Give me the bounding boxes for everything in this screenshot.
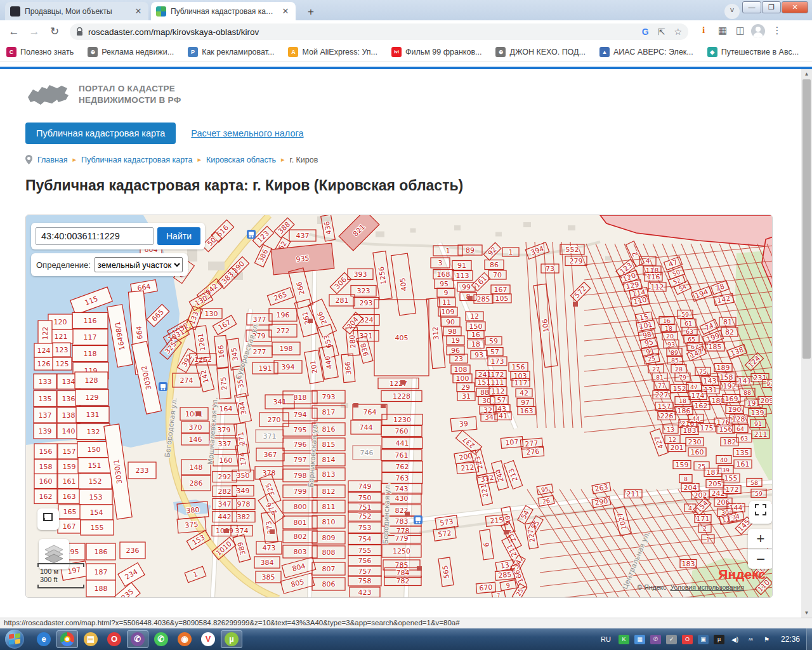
- cadastral-number-input[interactable]: [36, 227, 154, 245]
- browser-tab-2[interactable]: Публичная кадастровая карта: г ✕: [151, 2, 296, 20]
- taskbar-app-explorer-folder[interactable]: ▤: [80, 630, 102, 648]
- taskbar-app-vivaldi[interactable]: V: [197, 630, 219, 648]
- taskbar-app-chrome[interactable]: [56, 630, 78, 648]
- window-restore-button[interactable]: ❐: [762, 1, 781, 13]
- address-bar[interactable]: roscadaster.com/map/kirovskaya-oblast/ki…: [70, 23, 688, 40]
- bookmark-item[interactable]: iviФильм 99 франков...: [391, 47, 481, 57]
- tray-opera-tray-icon[interactable]: O: [682, 635, 693, 644]
- tray-utorrent-tray-icon[interactable]: µ: [714, 635, 724, 644]
- taskbar-app-viber[interactable]: ✆: [127, 630, 148, 648]
- tab2-close-icon[interactable]: ✕: [280, 6, 291, 16]
- breadcrumb-map[interactable]: Публичная кадастровая карта: [81, 156, 192, 164]
- svg-text:201: 201: [671, 444, 684, 452]
- taskbar-app-opera[interactable]: O: [103, 630, 125, 648]
- svg-text:1228: 1228: [393, 392, 410, 401]
- svg-text:70: 70: [493, 271, 502, 279]
- window-close-button[interactable]: ✕: [782, 1, 808, 13]
- svg-text:206: 206: [717, 498, 730, 507]
- taskbar-clock[interactable]: 22:36: [781, 635, 800, 644]
- titlebar-chevron-icon[interactable]: ˅: [724, 4, 740, 19]
- find-button[interactable]: Найти: [157, 227, 200, 245]
- svg-text:166: 166: [217, 345, 226, 359]
- taskbar-app-internet-explorer[interactable]: e: [33, 630, 55, 648]
- taskbar-app-firefox[interactable]: ◉: [174, 630, 195, 648]
- extension-i-icon[interactable]: i: [697, 25, 710, 36]
- tray-usb-safely-remove-icon[interactable]: ✓: [666, 635, 677, 644]
- tab-public-cadastral-map[interactable]: Публичная кадастровая карта: [25, 123, 176, 144]
- site-logo[interactable]: ПОРТАЛ О КАДАСТРЕ НЕДВИЖИМОСТИ В РФ: [25, 78, 181, 111]
- vivaldi-icon: V: [201, 632, 215, 646]
- svg-text:978: 978: [237, 500, 251, 508]
- menu-dots-icon[interactable]: ⋮: [770, 25, 784, 36]
- tray-action-center-flag-icon[interactable]: ⚑: [761, 635, 772, 644]
- back-icon[interactable]: ←: [6, 24, 22, 39]
- tray-volume-icon[interactable]: ◀): [730, 635, 740, 644]
- bookmark-item[interactable]: ▲АИАС АВЕРС: Элек...: [599, 47, 693, 57]
- bookmark-item[interactable]: ⊕ДЖОН КЕХО. ПОД...: [495, 47, 585, 57]
- svg-text:809: 809: [322, 534, 336, 542]
- reload-icon[interactable]: ↻: [47, 24, 62, 39]
- new-tab-button[interactable]: +: [303, 5, 318, 20]
- tray-viber-tray-icon[interactable]: ✆: [650, 635, 661, 644]
- svg-text:47: 47: [690, 383, 698, 390]
- tab-land-tax-calc[interactable]: Расчет земельного налога: [191, 128, 303, 138]
- svg-text:230: 230: [688, 438, 702, 446]
- svg-text:798: 798: [294, 472, 307, 480]
- bookmark-item[interactable]: ◆Путешествие в Авс...: [707, 47, 799, 57]
- tray-sync-app-icon[interactable]: ▦: [634, 635, 645, 644]
- zoom-in-button[interactable]: +: [748, 529, 773, 548]
- measure-ruler-button[interactable]: [37, 508, 59, 530]
- show-desktop-button[interactable]: [806, 628, 812, 650]
- fullscreen-button[interactable]: [749, 501, 772, 524]
- bookmark-label: Мой AliExpress: Уп...: [302, 48, 377, 56]
- map-attribution[interactable]: © ЯндексУсловия использования: [637, 583, 744, 591]
- page-scrollbar[interactable]: ▲ ▼: [801, 69, 812, 618]
- profile-avatar[interactable]: [751, 24, 765, 38]
- bookmark-star-icon[interactable]: ☆: [674, 27, 682, 37]
- window-minimize-button[interactable]: —: [742, 1, 761, 13]
- svg-text:96: 96: [451, 347, 460, 355]
- svg-text:275: 275: [219, 376, 229, 390]
- sidebar-icon[interactable]: ◫: [733, 25, 747, 36]
- scroll-down-arrow[interactable]: ▼: [801, 608, 812, 618]
- extensions-puzzle-icon[interactable]: ▦: [716, 25, 730, 36]
- breadcrumb-home[interactable]: Главная: [37, 156, 68, 164]
- google-g-icon[interactable]: G: [642, 27, 649, 37]
- browser-tab-1[interactable]: Продавцы, Мои объекты ✕: [5, 2, 148, 20]
- share-icon[interactable]: ⇱: [658, 27, 665, 37]
- bookmark-item[interactable]: ⊕Реклама недвижи...: [88, 47, 174, 57]
- svg-text:86: 86: [490, 261, 499, 269]
- svg-text:150: 150: [469, 322, 483, 331]
- forward-icon[interactable]: →: [27, 24, 42, 39]
- tab1-close-icon[interactable]: ✕: [133, 6, 143, 16]
- svg-text:173: 173: [491, 357, 504, 366]
- start-button[interactable]: [5, 630, 24, 649]
- svg-text:42: 42: [520, 389, 528, 397]
- taskbar-app-whatsapp[interactable]: ✆: [150, 630, 172, 648]
- svg-text:793: 793: [322, 393, 336, 401]
- svg-text:183: 183: [683, 427, 697, 435]
- svg-text:59: 59: [755, 490, 763, 497]
- tray-language-indicator[interactable]: RU: [601, 635, 611, 643]
- svg-text:26: 26: [542, 497, 551, 505]
- svg-text:79: 79: [679, 374, 686, 381]
- svg-text:277: 277: [253, 348, 266, 356]
- bookmark-item[interactable]: PКак рекламироват...: [188, 47, 274, 57]
- zoom-out-button[interactable]: −: [748, 549, 773, 569]
- svg-text:441: 441: [396, 439, 409, 448]
- taskbar-app-utorrent[interactable]: µ: [221, 630, 242, 648]
- svg-text:242: 242: [712, 489, 725, 498]
- tray-kaspersky-icon[interactable]: K: [619, 635, 629, 644]
- svg-text:138: 138: [62, 411, 75, 420]
- bookmark-item[interactable]: AМой AliExpress: Уп...: [288, 47, 377, 57]
- viber-icon: ✆: [131, 632, 145, 646]
- breadcrumb-region[interactable]: Кировская область: [206, 156, 276, 164]
- yandex-logo: Яндекс: [718, 567, 766, 582]
- tray-network-map-icon[interactable]: ▣: [698, 635, 709, 644]
- russia-map-icon: [25, 78, 71, 111]
- tray-network-signal-icon[interactable]: ᶺᶺ: [745, 635, 756, 644]
- scroll-up-arrow[interactable]: ▲: [801, 69, 812, 79]
- scrollbar-thumb[interactable]: [802, 79, 811, 359]
- definition-select[interactable]: земельный участок: [95, 257, 183, 272]
- bookmark-item[interactable]: CПолезно знать: [6, 47, 74, 57]
